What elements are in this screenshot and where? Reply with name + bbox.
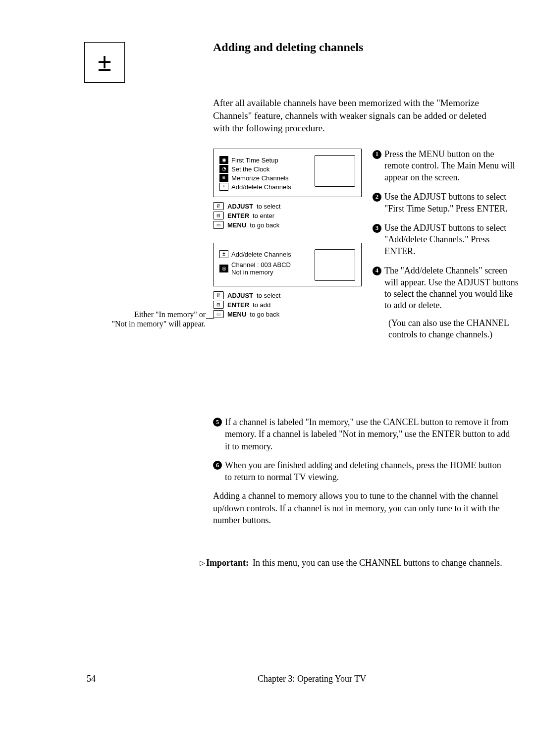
hints-block-2: ⇵ ADJUST to select ⊟ ENTER to add ▭ MENU… xyxy=(213,291,362,318)
menu-item-label: First Time Setup xyxy=(231,157,278,164)
step-text: Press the MENU button on the remote cont… xyxy=(384,149,519,183)
add-delete-figure: ± Add/delete Channels ◎ Channel : 003 AB… xyxy=(213,243,362,286)
steps-column: 1 Press the MENU button on the remote co… xyxy=(373,149,519,348)
chapter-footer: Chapter 3: Operating Your TV xyxy=(258,674,366,684)
triangle-icon: ▷ xyxy=(200,559,205,567)
callout-line: "Not in memory" will appear. xyxy=(112,320,206,328)
channel-info-row: ◎ Channel : 003 ABCD Not in memory xyxy=(219,261,311,276)
menu-item-label: Set the Clock xyxy=(231,165,269,173)
figure-column: ◉ First Time Setup ◔ Set the Clock ≡ Mem… xyxy=(213,149,362,332)
step-4: 4 The "Add/delete Channels" screen will … xyxy=(373,265,519,340)
hint-text: to go back xyxy=(250,221,279,229)
closing-paragraph: Adding a channel to memory allows you to… xyxy=(213,490,510,526)
step-1: 1 Press the MENU button on the remote co… xyxy=(373,149,519,183)
menu-item-memorize-channels: ≡ Memorize Channels xyxy=(219,174,311,182)
list-icon: ≡ xyxy=(219,174,228,182)
circle-dot-icon: ◉ xyxy=(219,156,228,164)
callout-label: Either "In memory" or "Not in memory" wi… xyxy=(57,310,206,328)
step-2: 2 Use the ADJUST buttons to select "Firs… xyxy=(373,191,519,215)
step-number-icon: 6 xyxy=(213,461,222,470)
step-number-icon: 2 xyxy=(373,193,381,202)
menu-item-set-clock: ◔ Set the Clock xyxy=(219,165,311,173)
eye-icon: ◎ xyxy=(219,265,228,272)
plus-minus-icon: ± xyxy=(84,42,125,83)
panel-title: Add/delete Channels xyxy=(231,251,291,258)
enter-icon: ⊟ xyxy=(213,212,224,219)
step-5: 5 If a channel is labeled "In memory," u… xyxy=(213,416,510,452)
important-text: In this menu, you can use the CHANNEL bu… xyxy=(253,557,502,569)
hint-text: to add xyxy=(253,301,270,309)
step-number-icon: 1 xyxy=(373,150,381,159)
menu-item-first-time-setup: ◉ First Time Setup xyxy=(219,156,311,164)
clock-icon: ◔ xyxy=(219,165,228,173)
hint-label: ENTER xyxy=(227,301,249,309)
plus-minus-icon: ± xyxy=(219,250,228,258)
hints-block-1: ⇵ ADJUST to select ⊟ ENTER to enter ▭ ME… xyxy=(213,202,362,229)
hint-label: ADJUST xyxy=(227,203,253,210)
callout-leader-line xyxy=(206,318,214,319)
menu-icon: ▭ xyxy=(213,221,224,229)
channel-line: Channel : 003 ABCD xyxy=(231,261,291,269)
step-3: 3 Use the ADJUST buttons to select "Add/… xyxy=(373,222,519,257)
enter-icon: ⊟ xyxy=(213,301,224,309)
tv-thumbnail-icon xyxy=(315,155,355,187)
plus-minus-icon: ± xyxy=(219,183,228,191)
step-text: The "Add/delete Channels" screen will ap… xyxy=(384,266,519,310)
bottom-steps: 5 If a channel is labeled "In memory," u… xyxy=(213,416,510,526)
important-label: Important: xyxy=(206,558,249,568)
hint-label: MENU xyxy=(227,221,246,229)
menu-item-label: Add/delete Channels xyxy=(231,183,291,191)
hint-text: to enter xyxy=(253,212,274,219)
step-number-icon: 5 xyxy=(213,418,222,427)
step-text: Use the ADJUST buttons to select "Add/de… xyxy=(384,222,519,257)
step-text: Use the ADJUST buttons to select "First … xyxy=(384,191,519,215)
intro-paragraph: After all available channels have been m… xyxy=(213,97,505,135)
hint-label: MENU xyxy=(227,311,246,318)
menu-item-add-delete-channels: ± Add/delete Channels xyxy=(219,183,311,191)
adjust-icon: ⇵ xyxy=(213,202,224,210)
step-subtext: (You can also use the CHANNEL controls t… xyxy=(384,318,519,341)
menu-icon: ▭ xyxy=(213,310,224,318)
callout-line: Either "In memory" or xyxy=(134,310,206,319)
step-6: 6 When you are finished adding and delet… xyxy=(213,459,510,484)
important-note: ▷Important: In this menu, you can use th… xyxy=(200,557,512,569)
hint-text: to select xyxy=(257,203,280,210)
step-number-icon: 3 xyxy=(373,224,381,233)
menu-item-label: Memorize Channels xyxy=(231,174,289,182)
hint-label: ENTER xyxy=(227,212,249,219)
main-menu-figure: ◉ First Time Setup ◔ Set the Clock ≡ Mem… xyxy=(213,149,362,197)
step-text: If a channel is labeled "In memory," use… xyxy=(225,416,510,452)
step-text: When you are finished adding and deletin… xyxy=(225,459,510,484)
adjust-icon: ⇵ xyxy=(213,291,224,299)
hint-label: ADJUST xyxy=(227,292,253,299)
step-number-icon: 4 xyxy=(373,267,381,275)
tv-thumbnail-icon xyxy=(315,249,355,281)
page-number: 54 xyxy=(87,674,96,684)
page-title: Adding and deleting channels xyxy=(213,41,363,54)
memory-state-line: Not in memory xyxy=(231,269,273,276)
hint-text: to select xyxy=(257,292,280,299)
hint-text: to go back xyxy=(250,311,279,318)
